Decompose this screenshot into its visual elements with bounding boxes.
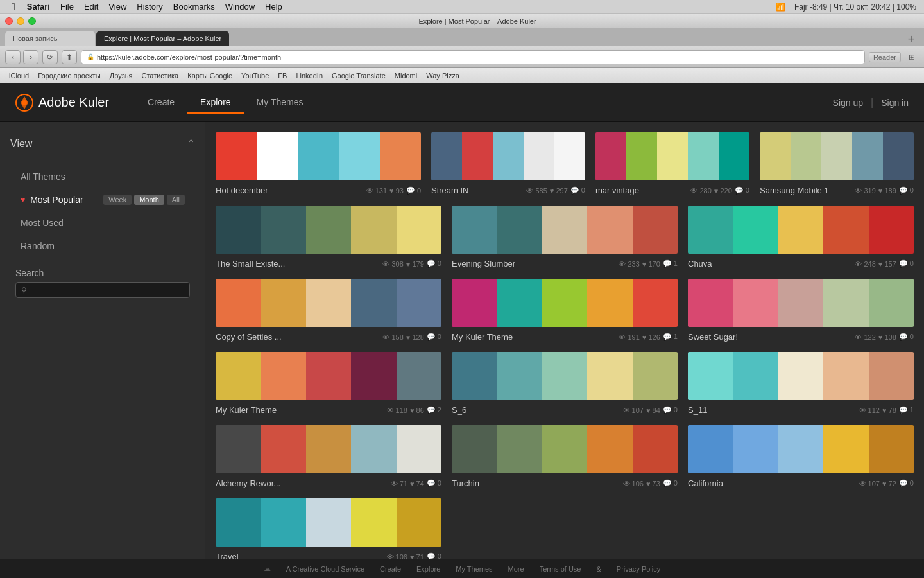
swatch-color — [497, 206, 542, 254]
new-tab-button[interactable]: + — [903, 32, 919, 46]
comments-group: 💬 1 — [899, 406, 914, 414]
swatch-color — [462, 132, 493, 180]
refresh-button[interactable]: ⟳ — [42, 50, 58, 64]
theme-evening-slumber[interactable]: Evening Slumber 👁 233 ♥ 170 💬 1 — [452, 206, 678, 268]
swatch-color — [261, 498, 305, 547]
filter-buttons: Week Month All — [103, 195, 185, 205]
theme-swatch-stream-in — [431, 132, 585, 180]
theme-copy-settles[interactable]: Copy of Settles ... 👁 158 ♥ 128 💬 0 — [216, 279, 441, 342]
content-area: View ⌃ All Themes ♥ Most Popular Week Mo… — [0, 122, 924, 559]
theme-turchin[interactable]: Turchin 👁 106 ♥ 73 💬 0 — [452, 425, 678, 488]
views-group: 👁 319 — [855, 187, 875, 195]
theme-my-kuler-theme-2[interactable]: My Kuler Theme 👁 118 ♥ 86 💬 2 — [216, 352, 441, 415]
views-group: 👁 585 — [526, 187, 547, 195]
edit-menu[interactable]: Edit — [79, 0, 103, 14]
swatch-color — [306, 498, 351, 547]
bookmark-midomi[interactable]: Midomi — [391, 71, 421, 81]
likes-group: ♥ 93 — [389, 187, 404, 195]
theme-small-existe[interactable]: The Small Existe... 👁 308 ♥ 179 💬 0 — [216, 206, 441, 268]
reader-button[interactable]: Reader — [869, 52, 901, 62]
sign-in-link[interactable]: Sign in — [881, 98, 909, 108]
footer-more[interactable]: More — [508, 565, 524, 573]
sidebar-item-most-used[interactable]: Most Used — [10, 211, 195, 234]
likes-group: ♥ 220 — [714, 187, 732, 195]
sign-up-link[interactable]: Sign up — [833, 98, 863, 108]
bookmark-translate[interactable]: Google Translate — [328, 71, 389, 81]
tab-kuler[interactable]: Explore | Most Popular – Adobe Kuler — [96, 31, 229, 46]
swatch-color — [397, 352, 441, 400]
apple-menu[interactable]:  — [5, 0, 22, 14]
theme-mar-vintage[interactable]: mar vintage 👁 280 ♥ 220 💬 0 — [595, 132, 749, 195]
window-menu[interactable]: Window — [220, 0, 260, 14]
theme-stream-in[interactable]: Stream IN 👁 585 ♥ 297 💬 0 — [431, 132, 585, 195]
theme-california[interactable]: California 👁 107 ♥ 72 💬 0 — [688, 425, 914, 488]
nav-create[interactable]: Create — [135, 92, 187, 114]
search-input[interactable] — [31, 285, 184, 295]
filter-week[interactable]: Week — [103, 195, 132, 205]
comments-group: 💬 1 — [663, 259, 678, 268]
theme-meta: Samsung Mobile 1 👁 319 ♥ 189 💬 0 — [760, 186, 914, 195]
swatch-color — [688, 279, 733, 327]
history-menu[interactable]: History — [132, 0, 167, 14]
bookmark-linkedin[interactable]: LinkedIn — [292, 71, 327, 81]
bookmark-icloud[interactable]: iCloud — [5, 71, 33, 81]
help-menu[interactable]: Help — [260, 0, 287, 14]
heart-icon: ♥ — [389, 187, 394, 195]
nav-explore[interactable]: Explore — [187, 92, 243, 114]
close-button[interactable] — [5, 17, 13, 25]
swatch-color — [351, 498, 396, 547]
file-menu[interactable]: File — [55, 0, 79, 14]
views-group: 👁 118 — [387, 407, 407, 414]
sidebar-item-all-themes[interactable]: All Themes — [10, 165, 195, 188]
theme-name: Travel — [216, 552, 384, 559]
theme-travel[interactable]: Travel 👁 106 ♥ 71 💬 0 — [216, 498, 441, 559]
bookmark-waypizza[interactable]: Way Pizza — [422, 71, 463, 81]
sidebar-icon[interactable]: ⊞ — [905, 50, 919, 64]
swatch-color — [587, 425, 632, 473]
swatch-color — [306, 206, 351, 254]
minimize-button[interactable] — [17, 17, 24, 25]
theme-sweet-sugar[interactable]: Sweet Sugar! 👁 122 ♥ 108 💬 0 — [688, 279, 914, 342]
app-footer: ☁ A Creative Cloud Service Create Explor… — [0, 559, 924, 578]
swatch-color — [823, 279, 868, 327]
nav-my-themes[interactable]: My Themes — [244, 92, 316, 114]
swatch-color — [351, 425, 396, 473]
share-button[interactable]: ⬆ — [62, 50, 77, 64]
sidebar-item-most-popular[interactable]: ♥ Most Popular Week Month All — [10, 188, 195, 211]
filter-all[interactable]: All — [167, 195, 185, 205]
footer-create[interactable]: Create — [380, 565, 401, 573]
theme-samsung-mobile[interactable]: Samsung Mobile 1 👁 319 ♥ 189 💬 0 — [760, 132, 914, 195]
bookmark-druzya[interactable]: Друзья — [106, 71, 137, 81]
footer-privacy[interactable]: Privacy Policy — [617, 565, 660, 573]
forward-button[interactable]: › — [23, 50, 38, 64]
likes-group: ♥ 74 — [410, 480, 424, 487]
tab-new-entry[interactable]: Новая запись — [5, 31, 95, 46]
bookmark-youtube[interactable]: YouTube — [237, 71, 273, 81]
theme-hot-december[interactable]: Hot december 👁 131 ♥ 93 💬 0 — [216, 132, 421, 195]
collapse-icon[interactable]: ⌃ — [187, 137, 195, 150]
theme-chuva[interactable]: Chuva 👁 248 ♥ 157 💬 0 — [688, 206, 914, 268]
bookmarks-menu[interactable]: Bookmarks — [168, 0, 220, 14]
safari-menu[interactable]: Safari — [22, 0, 55, 14]
footer-terms[interactable]: Terms of Use — [540, 565, 581, 573]
sidebar-item-random[interactable]: Random — [10, 234, 195, 258]
theme-alchemy[interactable]: Alchemy Rewor... 👁 71 ♥ 74 💬 0 — [216, 425, 441, 488]
footer-my-themes[interactable]: My Themes — [456, 565, 492, 573]
swatch-color — [883, 132, 914, 180]
view-menu[interactable]: View — [103, 0, 132, 14]
swatch-color — [397, 498, 441, 547]
theme-s6[interactable]: S_6 👁 107 ♥ 84 💬 0 — [452, 352, 678, 415]
theme-my-kuler-theme[interactable]: My Kuler Theme 👁 191 ♥ 126 💬 1 — [452, 279, 678, 342]
bookmark-gorod[interactable]: Городские проекты — [34, 71, 105, 81]
filter-month[interactable]: Month — [134, 195, 164, 205]
bookmark-maps[interactable]: Карты Google — [184, 71, 236, 81]
theme-s11[interactable]: S_11 👁 112 ♥ 78 💬 1 — [688, 352, 914, 415]
back-button[interactable]: ‹ — [5, 50, 21, 64]
search-input-wrap[interactable]: ⚲ — [15, 282, 190, 298]
footer-explore[interactable]: Explore — [416, 565, 440, 573]
bookmark-stat[interactable]: Статистика — [137, 71, 182, 81]
bookmark-fb[interactable]: FB — [274, 71, 291, 81]
url-bar[interactable]: 🔒 https://kuler.adobe.com/explore/most-p… — [81, 50, 865, 64]
wifi-icon[interactable]: 📶 — [773, 3, 788, 12]
maximize-button[interactable] — [28, 17, 36, 25]
